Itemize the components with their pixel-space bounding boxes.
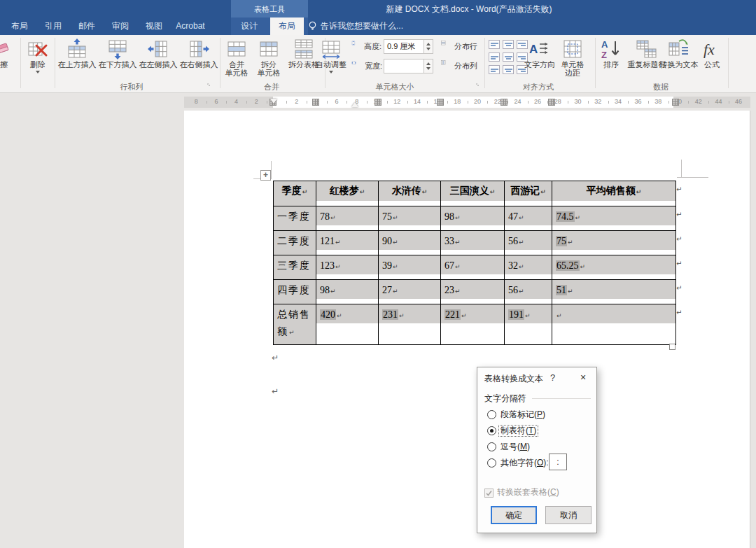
table-cell[interactable]: 221↵ bbox=[441, 304, 504, 344]
table-cell[interactable]: 191↵ bbox=[505, 304, 552, 344]
document-table[interactable]: 季度↵红楼梦↵水浒传↵三国演义↵西游记↵平均销售额↵一季度↵78↵75↵98↵4… bbox=[273, 181, 676, 345]
tab-2[interactable]: 邮件 bbox=[73, 17, 101, 35]
radio-icon[interactable] bbox=[487, 410, 496, 419]
formula-button[interactable]: fx 公式 bbox=[700, 37, 724, 69]
autofit-button[interactable]: 自动调整 bbox=[314, 37, 349, 73]
ruler-column-marker[interactable] bbox=[312, 99, 319, 106]
table-header-cell[interactable]: 三国演义↵ bbox=[441, 181, 504, 206]
insert-right-button[interactable]: 在右侧插入 bbox=[179, 37, 218, 69]
eraser-button[interactable]: 皮擦 bbox=[0, 37, 18, 69]
cell-margins-button[interactable]: 单元格 边距 bbox=[557, 37, 588, 77]
table-cell[interactable]: 90↵ bbox=[379, 231, 440, 255]
radio-option-3[interactable]: 其他字符(O): bbox=[487, 458, 550, 470]
contextual-tab-1[interactable]: 布局 bbox=[270, 17, 304, 35]
tab-1[interactable]: 引用 bbox=[39, 17, 67, 35]
table-cell[interactable]: 65.25↵ bbox=[552, 255, 676, 279]
table-cell[interactable]: 32↵ bbox=[505, 255, 552, 279]
table-cell[interactable]: 33↵ bbox=[441, 231, 504, 255]
end-of-cell-mark: ↵ bbox=[302, 188, 308, 195]
table-header-cell[interactable]: 平均销售额↵ bbox=[552, 181, 676, 206]
table-resize-handle[interactable] bbox=[669, 344, 676, 350]
table-cell[interactable]: 27↵ bbox=[379, 280, 440, 304]
tab-3[interactable]: 审阅 bbox=[106, 17, 134, 35]
align-top-left-button[interactable] bbox=[489, 40, 500, 49]
table-cell[interactable]: 23↵ bbox=[441, 280, 504, 304]
table-cell[interactable]: 51↵ bbox=[552, 280, 676, 304]
radio-option-1[interactable]: 制表符(T) bbox=[487, 426, 538, 438]
horizontal-ruler[interactable]: 8642246810121416182022242628303234363840… bbox=[184, 97, 750, 108]
table-cell[interactable]: 121↵ bbox=[316, 231, 378, 255]
tell-me-box[interactable]: 告诉我您想要做什么... bbox=[321, 17, 403, 35]
table-row-label-cell[interactable]: 总销售额↵ bbox=[274, 304, 316, 344]
table-header-cell[interactable]: 水浒传↵ bbox=[379, 181, 440, 206]
radio-option-2[interactable]: 逗号(M) bbox=[487, 442, 531, 454]
text-direction-button[interactable]: A 文字方向 bbox=[524, 37, 556, 69]
table-move-handle[interactable]: + bbox=[260, 170, 271, 181]
merge-cells-button[interactable]: 合并 单元格 bbox=[221, 37, 252, 77]
tab-0[interactable]: 布局 bbox=[6, 17, 34, 35]
distribute-columns-button[interactable]: 分布列 bbox=[441, 59, 477, 73]
ruler-number: 28 bbox=[554, 98, 561, 105]
table-cell[interactable]: 47↵ bbox=[505, 206, 552, 230]
table-cell[interactable]: 56↵ bbox=[505, 231, 552, 255]
other-character-input[interactable]: : bbox=[549, 454, 567, 470]
ruler-column-marker[interactable] bbox=[500, 99, 507, 106]
dialog-launcher-icon[interactable] bbox=[207, 81, 216, 90]
table-cell[interactable]: 75↵ bbox=[552, 231, 676, 255]
table-cell[interactable]: 39↵ bbox=[379, 255, 440, 279]
hanging-indent-marker[interactable] bbox=[351, 102, 358, 107]
table-cell[interactable]: 78↵ bbox=[316, 206, 378, 230]
table-cell[interactable]: 56↵ bbox=[505, 280, 552, 304]
align-center-center-button[interactable] bbox=[503, 52, 514, 62]
ruler-column-marker[interactable] bbox=[437, 99, 444, 106]
align-top-center-button[interactable] bbox=[503, 40, 514, 49]
table-row-label-cell[interactable]: 三季度↵ bbox=[274, 255, 316, 279]
insert-below-button[interactable]: 在下方插入 bbox=[98, 37, 137, 69]
help-icon[interactable]: ? bbox=[550, 372, 555, 383]
insert-left-button[interactable]: 在左侧插入 bbox=[139, 37, 178, 69]
table-row-label-cell[interactable]: 一季度↵ bbox=[274, 206, 316, 230]
height-input[interactable]: 0.9 厘米 bbox=[384, 39, 424, 54]
align-bottom-center-button[interactable] bbox=[503, 65, 514, 74]
radio-option-0[interactable]: 段落标记(P) bbox=[487, 409, 547, 422]
align-bottom-left-button[interactable] bbox=[489, 65, 500, 74]
table-cell[interactable]: 74.5↵ bbox=[552, 206, 676, 230]
tab-5[interactable]: Acrobat bbox=[171, 17, 210, 35]
width-spinner[interactable] bbox=[424, 59, 433, 73]
ruler-column-marker[interactable] bbox=[672, 99, 679, 106]
table-header-cell[interactable]: 西游记↵ bbox=[505, 181, 552, 206]
table-cell[interactable]: 420↵ bbox=[316, 304, 378, 344]
delete-button[interactable]: 删除 bbox=[22, 37, 53, 73]
ok-button[interactable]: 确定 bbox=[491, 506, 537, 524]
table-cell[interactable]: 67↵ bbox=[441, 255, 504, 279]
table-cell[interactable]: 98↵ bbox=[441, 206, 504, 230]
distribute-rows-button[interactable]: 分布行 bbox=[441, 39, 477, 53]
table-cell[interactable]: 98↵ bbox=[316, 280, 378, 304]
table-cell[interactable]: 123↵ bbox=[316, 255, 378, 279]
radio-icon[interactable] bbox=[487, 442, 496, 451]
contextual-tab-0[interactable]: 设计 bbox=[232, 17, 266, 35]
radio-icon[interactable] bbox=[487, 458, 496, 468]
width-input[interactable] bbox=[384, 59, 424, 73]
table-header-cell[interactable]: 季度↵ bbox=[274, 181, 316, 206]
table-row-label-cell[interactable]: 四季度↵ bbox=[274, 280, 316, 304]
dialog-launcher-icon[interactable] bbox=[476, 81, 484, 90]
table-cell[interactable]: ↵ bbox=[552, 304, 676, 344]
insert-above-button[interactable]: 在上方插入 bbox=[57, 37, 97, 69]
convert-to-text-button[interactable]: 转换为文本 bbox=[658, 37, 700, 69]
first-line-indent-marker[interactable] bbox=[270, 99, 277, 104]
height-spinner[interactable] bbox=[424, 39, 433, 54]
table-header-cell[interactable]: 红楼梦↵ bbox=[316, 181, 378, 206]
split-cells-button[interactable]: 拆分 单元格 bbox=[253, 37, 284, 77]
sort-button[interactable]: AZ 排序 bbox=[598, 37, 624, 69]
align-center-left-button[interactable] bbox=[489, 52, 500, 62]
ruler-column-marker[interactable] bbox=[548, 99, 555, 106]
table-cell[interactable]: 231↵ bbox=[379, 304, 440, 344]
cancel-button[interactable]: 取消 bbox=[545, 506, 592, 524]
ruler-column-marker[interactable] bbox=[374, 99, 382, 106]
table-row-label-cell[interactable]: 二季度↵ bbox=[274, 231, 316, 255]
table-cell[interactable]: 75↵ bbox=[379, 206, 440, 230]
close-icon[interactable]: × bbox=[575, 371, 591, 384]
radio-icon[interactable] bbox=[487, 426, 496, 435]
tab-4[interactable]: 视图 bbox=[140, 17, 168, 35]
